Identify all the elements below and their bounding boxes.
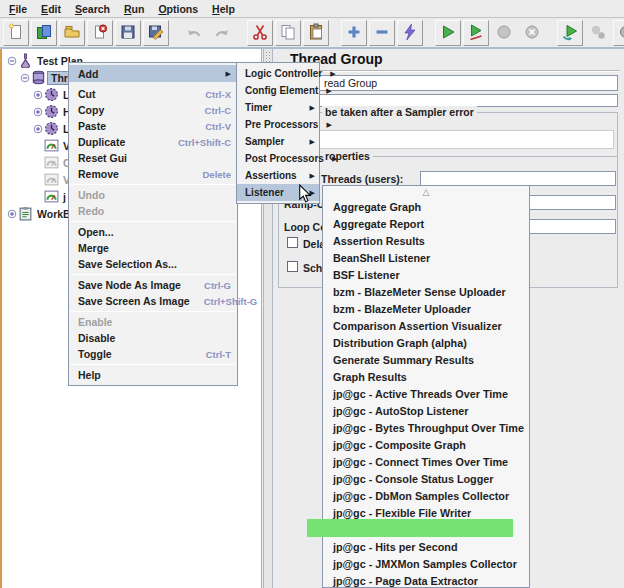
menu-item-graph-results[interactable]: Graph Results (323, 368, 529, 385)
menu-help[interactable]: Help (205, 1, 242, 17)
timer-icon (43, 104, 60, 119)
menu-item-shortcut: Ctrl-X (205, 89, 231, 100)
remote-start-all-button[interactable] (557, 20, 583, 46)
tree-collapsed-handle-icon[interactable] (32, 107, 43, 117)
paste-button[interactable] (303, 20, 329, 46)
menu-item-cut[interactable]: CutCtrl-X (69, 86, 237, 102)
menu-file[interactable]: File (2, 1, 34, 17)
menu-item-jp-gc-connect-times-over-time[interactable]: jp@gc - Connect Times Over Time (323, 453, 529, 470)
menu-item-config-element[interactable]: Config Element▶ (237, 82, 319, 99)
shutdown-button[interactable] (519, 20, 545, 46)
menu-item-save-screen-as-image[interactable]: Save Screen As ImageCtrl+Shift-G (69, 293, 237, 309)
test-plan-icon (17, 53, 34, 68)
menu-item-jp-gc-hits-per-second[interactable]: jp@gc - Hits per Second (323, 538, 529, 555)
delay-checkbox[interactable] (287, 237, 298, 248)
menu-item-duplicate[interactable]: DuplicateCtrl+Shift-C (69, 134, 237, 150)
templates-button[interactable] (31, 20, 57, 46)
wrench-button[interactable] (613, 20, 624, 46)
menu-item-comparison-assertion-visualizer[interactable]: Comparison Assertion Visualizer (323, 317, 529, 334)
menu-item-redo[interactable]: Redo (69, 203, 237, 219)
sampler-error-options-row[interactable] (284, 130, 614, 149)
menu-item-logic-controller[interactable]: Logic Controller▶ (237, 65, 319, 82)
menu-item-beanshell-listener[interactable]: BeanShell Listener (323, 249, 529, 266)
menu-item-undo[interactable]: Undo (69, 187, 237, 203)
menu-item-jp-gc-composite-graph[interactable]: jp@gc - Composite Graph (323, 436, 529, 453)
menu-item-post-processors[interactable]: Post Processors▶ (237, 150, 319, 167)
submenu-arrow-icon: ▶ (310, 138, 315, 146)
start-no-pauses-button[interactable] (463, 20, 489, 46)
menu-item-copy[interactable]: CopyCtrl-C (69, 102, 237, 118)
title-divider (276, 70, 620, 72)
menu-run[interactable]: Run (117, 1, 151, 17)
menu-item-distribution-graph-alpha[interactable]: Distribution Graph (alpha) (323, 334, 529, 351)
tree-expanded-handle-icon[interactable] (19, 73, 30, 83)
menu-item-bsf-listener[interactable]: BSF Listener (323, 266, 529, 283)
menu-item-reset-gui[interactable]: Reset Gui (69, 150, 237, 166)
plus-button[interactable] (341, 20, 367, 46)
cut-button[interactable] (247, 20, 273, 46)
listener-gauge-icon (43, 189, 60, 204)
menu-item-disable[interactable]: Disable (69, 330, 237, 346)
templates-icon (35, 23, 53, 43)
menu-item-generate-summary-results[interactable]: Generate Summary Results (323, 351, 529, 368)
menu-options[interactable]: Options (151, 1, 205, 17)
save-button[interactable] (115, 20, 141, 46)
menu-item-jp-gc-jmxmon-samples-collector[interactable]: jp@gc - JMXMon Samples Collector (323, 555, 529, 572)
open-file-button[interactable] (59, 20, 85, 46)
tree-expanded-handle-icon[interactable] (6, 56, 17, 66)
add-submenu: Logic Controller▶Config Element▶Timer▶Pr… (236, 62, 320, 204)
close-file-button[interactable] (87, 20, 113, 46)
menu-item-aggregate-report[interactable]: Aggregate Report (323, 215, 529, 232)
tree-collapsed-handle-icon[interactable] (6, 209, 17, 219)
remote-stop-all-button[interactable] (585, 20, 611, 46)
menu-item-paste[interactable]: PasteCtrl-V (69, 118, 237, 134)
menu-item-save-node-as-image[interactable]: Save Node As ImageCtrl-G (69, 277, 237, 293)
menu-item-pre-processors[interactable]: Pre Processors▶ (237, 116, 319, 133)
menu-item-shortcut: Ctrl-G (204, 280, 231, 291)
menu-item-merge[interactable]: Merge (69, 240, 237, 256)
start-button[interactable] (435, 20, 461, 46)
menu-item-jp-gc-active-threads-over-time[interactable]: jp@gc - Active Threads Over Time (323, 385, 529, 402)
copy-button[interactable] (275, 20, 301, 46)
menu-item-label: Undo (78, 189, 231, 201)
menu-search[interactable]: Search (68, 1, 117, 17)
menu-item-toggle[interactable]: ToggleCtrl-T (69, 346, 237, 362)
menu-item-jp-gc-autostop-listener[interactable]: jp@gc - AutoStop Listener (323, 402, 529, 419)
menu-item-bzm-blazemeter-uploader[interactable]: bzm - BlazeMeter Uploader (323, 300, 529, 317)
new-file-button[interactable] (3, 20, 29, 46)
menu-item-add[interactable]: Add▶ (69, 65, 237, 82)
menu-item-timer[interactable]: Timer▶ (237, 99, 319, 116)
menu-item-aggregate-graph[interactable]: Aggregate Graph (323, 198, 529, 215)
stop-button[interactable] (491, 20, 517, 46)
menu-item-open[interactable]: Open... (69, 224, 237, 240)
menu-item-label: BSF Listener (333, 269, 523, 281)
submenu-arrow-icon: ▶ (226, 70, 231, 78)
undo-button[interactable] (181, 20, 207, 46)
menu-item-bzm-blazemeter-sense-uploader[interactable]: bzm - BlazeMeter Sense Uploader (323, 283, 529, 300)
scheduler-checkbox[interactable] (287, 261, 298, 272)
menu-item-jp-gc-bytes-throughput-over-time[interactable]: jp@gc - Bytes Throughput Over Time (323, 419, 529, 436)
scroll-up-icon[interactable]: △ (323, 186, 529, 198)
save-as-button[interactable] (143, 20, 169, 46)
menu-item-remove[interactable]: RemoveDelete (69, 166, 237, 182)
tree-collapsed-handle-icon[interactable] (32, 124, 43, 134)
number-of-threads-field[interactable] (420, 171, 616, 186)
menu-item-label: Listener (245, 187, 302, 198)
cut-icon (251, 23, 269, 43)
lightning-button[interactable] (397, 20, 423, 46)
menu-edit[interactable]: Edit (34, 1, 68, 17)
tree-collapsed-handle-icon[interactable] (32, 90, 43, 100)
menu-item-sampler[interactable]: Sampler▶ (237, 133, 319, 150)
menu-item-enable[interactable]: Enable (69, 314, 237, 330)
menu-item-label: jp@gc - AutoStop Listener (333, 405, 523, 417)
menu-item-assertion-results[interactable]: Assertion Results (323, 232, 529, 249)
menu-item-help[interactable]: Help (69, 367, 237, 383)
menu-item-assertions[interactable]: Assertions▶ (237, 167, 319, 184)
minus-button[interactable] (369, 20, 395, 46)
submenu-arrow-icon: ▶ (310, 172, 315, 180)
menu-item-save-selection-as[interactable]: Save Selection As... (69, 256, 237, 272)
menu-item-jp-gc-console-status-logger[interactable]: jp@gc - Console Status Logger (323, 470, 529, 487)
menu-item-jp-gc-dbmon-samples-collector[interactable]: jp@gc - DbMon Samples Collector (323, 487, 529, 504)
menu-item-jp-gc-page-data-extractor[interactable]: jp@gc - Page Data Extractor (323, 572, 529, 588)
redo-button[interactable] (209, 20, 235, 46)
